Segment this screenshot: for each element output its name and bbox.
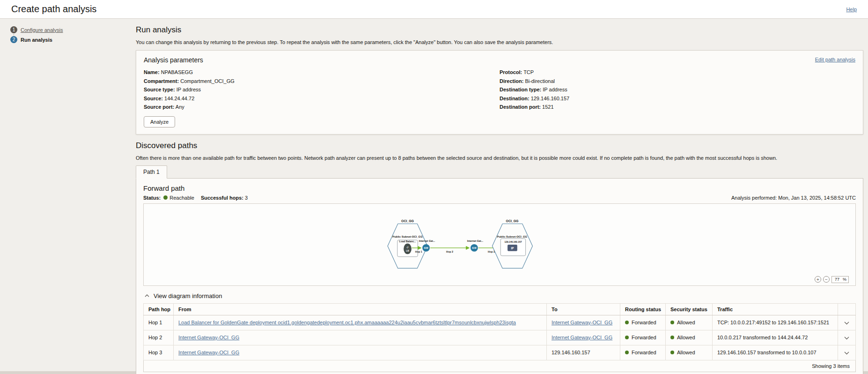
- table-row-hop-1: Hop 1 Load Balancer for GoldenGate deplo…: [144, 315, 856, 330]
- param-source-type-value: IP address: [177, 87, 201, 92]
- routing-status: Forwarded: [625, 320, 661, 325]
- param-source-value: 144.24.44.72: [164, 96, 194, 101]
- load-balancer-glyph: ↺: [406, 246, 409, 248]
- discovered-paths-description: Often there is more than one available p…: [136, 155, 863, 161]
- param-protocol-value: TCP: [523, 69, 534, 75]
- hop2-label: Hop 2: [446, 250, 453, 253]
- run-analysis-description: You can change this analysis by returnin…: [136, 39, 863, 45]
- step-2-circle: 2: [10, 36, 17, 43]
- hop-cell: Hop 1: [144, 315, 174, 330]
- col-to: To: [547, 303, 620, 315]
- zoom-percent-unit: %: [843, 277, 846, 282]
- to-link[interactable]: Internet Gateway-OCI_GG: [552, 335, 612, 340]
- param-protocol: Protocol: TCP: [500, 68, 855, 77]
- parameters-right-column: Protocol: TCP Direction: Bi-directional …: [500, 68, 855, 112]
- analysis-parameters-title: Analysis parameters: [144, 56, 855, 64]
- analysis-performed-timestamp: Analysis performed: Mon, Jan 13, 2025, 1…: [731, 195, 856, 201]
- param-direction: Direction: Bi-directional: [500, 77, 855, 86]
- path-hops-table: Path hop From To Routing status Security…: [143, 303, 856, 372]
- param-destination-port-value: 1521: [542, 104, 553, 110]
- param-compartment: Compartment: Compartment_OCI_GG: [144, 77, 500, 86]
- parameters-columns: Name: NPABASEGG Compartment: Compartment…: [144, 68, 855, 112]
- table-row-hop-3: Hop 3 Internet Gateway-OCI_GG 129.146.16…: [144, 345, 856, 360]
- from-link[interactable]: Internet Gateway-OCI_GG: [178, 350, 239, 355]
- hop1-label: Hop 1: [415, 250, 422, 253]
- hops-value: 3: [245, 195, 248, 201]
- col-path-hop: Path hop: [144, 303, 174, 315]
- page-header: Create path analysis Help: [0, 0, 868, 19]
- internet-gateway-2-badge: IGW: [472, 247, 477, 249]
- green-dot-icon: [670, 351, 674, 354]
- vcn-right-label: OCI_GG: [506, 219, 519, 222]
- param-source-type-label: Source type:: [144, 87, 175, 92]
- param-destination-label: Destination:: [500, 96, 530, 101]
- edit-path-analysis-link[interactable]: Edit path analysis: [815, 57, 855, 62]
- row-expand-button[interactable]: [843, 333, 850, 342]
- security-status: Allowed: [670, 320, 707, 325]
- wizard-stepper: 1 Configure analysis 2 Run analysis: [0, 19, 125, 43]
- green-dot-icon: [625, 321, 629, 324]
- view-diagram-information-toggle[interactable]: View diagram information: [143, 292, 856, 299]
- zoom-out-button[interactable]: −: [823, 276, 830, 283]
- analyze-button[interactable]: Analyze: [144, 116, 175, 127]
- chevron-down-icon: [844, 322, 849, 325]
- param-source-port: Source port: Any: [144, 103, 500, 112]
- param-protocol-label: Protocol:: [500, 69, 522, 75]
- green-dot-icon: [670, 321, 674, 324]
- param-name: Name: NPABASEGG: [144, 68, 500, 77]
- page-title: Create path analysis: [11, 4, 96, 15]
- zoom-percent-input[interactable]: [834, 277, 840, 282]
- load-balancer-label: Load Balanc...: [399, 240, 416, 243]
- col-expand: [838, 303, 856, 315]
- from-link[interactable]: Internet Gateway-OCI_GG: [178, 335, 239, 340]
- internet-gateway-2-label: Internet Gat...: [467, 239, 484, 242]
- param-source-port-label: Source port:: [144, 104, 174, 110]
- table-header-row: Path hop From To Routing status Security…: [144, 303, 856, 315]
- status-label: Status:: [143, 195, 161, 201]
- security-status: Allowed: [670, 335, 707, 340]
- internet-gateway-1-badge: IGW: [424, 247, 429, 249]
- param-destination-value: 129.146.160.157: [531, 96, 570, 101]
- col-routing-status: Routing status: [620, 303, 666, 315]
- hops-label: Successful hops:: [201, 195, 243, 201]
- step-2-label: Run analysis: [21, 37, 52, 43]
- to-text: 129.146.160.157: [552, 350, 590, 355]
- step-connector: [14, 34, 14, 36]
- run-analysis-title: Run analysis: [136, 25, 863, 35]
- param-source-label: Source:: [144, 96, 163, 101]
- view-diagram-information-label: View diagram information: [154, 292, 222, 299]
- chevron-up-icon: [145, 294, 149, 297]
- tab-path-1[interactable]: Path 1: [136, 165, 167, 179]
- load-balancer-badge: LB: [406, 250, 409, 252]
- internet-gateway-1-label: Internet Gat...: [419, 239, 435, 242]
- security-status-text: Allowed: [677, 350, 695, 355]
- from-link[interactable]: Load Balancer for GoldenGate deployment …: [178, 320, 516, 325]
- col-from: From: [174, 303, 547, 315]
- internet-gateway-2-node[interactable]: Internet Gat... IGW: [467, 239, 484, 252]
- param-destination-type: Destination type: IP address: [500, 85, 855, 94]
- subnet-right-label: Public Subnet-OCI_GG: [497, 235, 528, 238]
- step-1-label[interactable]: Configure analysis: [21, 27, 63, 33]
- to-link[interactable]: Internet Gateway-OCI_GG: [552, 320, 612, 325]
- param-compartment-label: Compartment:: [144, 78, 179, 84]
- path-diagram-canvas[interactable]: OCI_GG Public Subnet-OCI_GG Load Balanc.…: [143, 203, 856, 286]
- row-expand-button[interactable]: [843, 318, 850, 327]
- destination-ip-label: 129.146.160.157: [504, 241, 522, 243]
- diagram-zoom-controls: + − %: [815, 276, 849, 283]
- param-name-label: Name:: [144, 69, 160, 75]
- status-value: Reachable: [169, 195, 194, 201]
- destination-ip-node[interactable]: 129.146.160.157 IP: [500, 239, 525, 256]
- step-configure-analysis[interactable]: 1 Configure analysis: [10, 26, 125, 33]
- table-row-hop-2: Hop 2 Internet Gateway-OCI_GG Internet G…: [144, 330, 856, 345]
- load-balancer-node[interactable]: Load Balanc... ↺ LB: [397, 240, 418, 257]
- path-panel: Forward path Status: Reachable Successfu…: [136, 178, 863, 374]
- zoom-percent-box: %: [831, 276, 849, 283]
- security-status-text: Allowed: [677, 320, 695, 325]
- help-link[interactable]: Help: [846, 7, 857, 12]
- green-dot-icon: [625, 351, 629, 354]
- routing-status-text: Forwarded: [632, 335, 656, 340]
- chevron-down-icon: [844, 352, 849, 355]
- row-expand-button[interactable]: [843, 348, 850, 357]
- col-security-status: Security status: [666, 303, 713, 315]
- zoom-in-button[interactable]: +: [815, 276, 821, 283]
